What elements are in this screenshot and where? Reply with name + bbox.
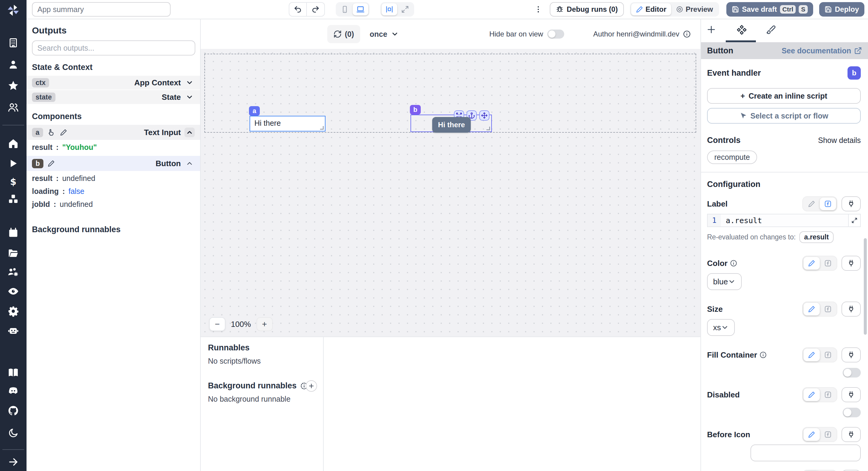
state-expand-button[interactable]: [184, 93, 195, 101]
component-a-collapse-button[interactable]: [184, 127, 195, 137]
desktop-view-button[interactable]: [352, 3, 368, 16]
nav-audit-logs[interactable]: [0, 284, 27, 299]
component-b-jobid-row[interactable]: jobId : undefined: [27, 198, 200, 210]
button-component[interactable]: Hi there: [432, 117, 471, 133]
ctx-expand-button[interactable]: [184, 79, 195, 87]
zoom-out-button[interactable]: −: [209, 317, 225, 331]
component-row-a[interactable]: a Text Input: [27, 125, 200, 140]
component-a-rename-button[interactable]: [59, 129, 68, 136]
deploy-button[interactable]: Deploy: [819, 2, 864, 17]
nav-groups[interactable]: [0, 99, 27, 115]
tab-component-settings[interactable]: [737, 25, 747, 35]
connect-output-button[interactable]: [841, 387, 861, 402]
preview-tab-button[interactable]: Preview: [671, 3, 718, 16]
label-code-value[interactable]: a.result: [721, 214, 848, 227]
eval-mode-button[interactable]: [820, 428, 836, 441]
text-input-component[interactable]: Hi there: [250, 116, 325, 127]
info-icon[interactable]: [730, 260, 737, 267]
search-outputs-input[interactable]: [32, 40, 195, 56]
zoom-in-button[interactable]: +: [256, 317, 273, 331]
nav-discord[interactable]: [0, 383, 27, 399]
nav-github[interactable]: [0, 403, 27, 418]
label-code-editor[interactable]: 1 a.result: [707, 214, 861, 227]
resize-handle[interactable]: [320, 126, 324, 130]
component-b-result-row[interactable]: result : undefined: [27, 172, 200, 184]
debug-runs-button[interactable]: Debug runs (0): [550, 2, 624, 17]
editor-tab-button[interactable]: Editor: [631, 3, 671, 16]
component-a-result-row[interactable]: result : "Youhou": [27, 141, 200, 153]
static-mode-button[interactable]: [804, 349, 820, 361]
nav-favorites[interactable]: [0, 78, 27, 93]
nav-workspace[interactable]: [0, 35, 27, 51]
move-component-button[interactable]: [479, 110, 490, 121]
nav-variables[interactable]: $: [0, 174, 27, 189]
show-details-link[interactable]: Show details: [818, 136, 861, 145]
see-documentation-link[interactable]: See documentation: [781, 47, 862, 55]
connect-output-button[interactable]: [841, 196, 861, 211]
nav-docs[interactable]: [0, 365, 27, 381]
recompute-chip[interactable]: recompute: [707, 150, 757, 164]
static-mode-button[interactable]: [804, 388, 820, 401]
connect-output-button[interactable]: [841, 256, 861, 271]
app-canvas[interactable]: a Hi there b Hi there: [201, 49, 701, 336]
connect-output-button[interactable]: [841, 301, 861, 317]
component-a-select-button[interactable]: [46, 128, 56, 136]
hide-bar-toggle[interactable]: [547, 30, 564, 38]
color-select[interactable]: blue: [707, 273, 742, 290]
nav-workers[interactable]: [0, 264, 27, 280]
nav-resources[interactable]: [0, 191, 27, 207]
save-draft-button[interactable]: Save draft Ctrl S: [726, 2, 813, 17]
nav-collapse-sidebar[interactable]: [0, 454, 27, 470]
nav-folders[interactable]: [0, 245, 27, 261]
component-row-b[interactable]: b Button: [27, 156, 200, 171]
nav-settings[interactable]: [0, 303, 27, 319]
select-script-or-flow-button[interactable]: Select a script or flow: [707, 108, 861, 124]
connect-output-button[interactable]: [841, 347, 861, 362]
nav-runs[interactable]: [0, 155, 27, 171]
undo-button[interactable]: [289, 2, 307, 17]
fill-container-toggle[interactable]: [843, 368, 861, 378]
nav-home[interactable]: [0, 136, 27, 151]
connect-output-button[interactable]: [841, 470, 861, 471]
before-icon-input[interactable]: [750, 444, 861, 461]
disabled-toggle[interactable]: [843, 408, 861, 417]
add-background-runnable-button[interactable]: [306, 380, 317, 392]
nav-schedules[interactable]: [0, 225, 27, 241]
create-inline-script-button[interactable]: + Create an inline script: [707, 88, 861, 104]
output-row-ctx[interactable]: ctx App Context: [27, 76, 200, 90]
static-mode-button[interactable]: [804, 303, 820, 316]
refresh-app-button[interactable]: (0): [327, 25, 360, 43]
component-b-collapse-button[interactable]: [184, 159, 195, 167]
fullwidth-layout-button[interactable]: [397, 3, 413, 16]
canvas-component-b[interactable]: b Hi there: [410, 115, 492, 132]
nav-user[interactable]: [0, 57, 27, 72]
eval-mode-button[interactable]: [820, 257, 836, 270]
redo-button[interactable]: [307, 2, 325, 17]
eval-mode-button[interactable]: [820, 388, 836, 401]
eval-mode-button[interactable]: [820, 198, 836, 210]
static-mode-button[interactable]: [804, 257, 820, 270]
expand-editor-button[interactable]: [848, 214, 860, 227]
app-summary-input[interactable]: [32, 2, 170, 17]
component-b-rename-button[interactable]: [46, 160, 56, 167]
schedule-select[interactable]: once: [370, 30, 399, 38]
eval-mode-button[interactable]: [820, 303, 836, 316]
static-mode-button[interactable]: [804, 428, 820, 441]
resize-handle[interactable]: [487, 127, 490, 130]
reevaluated-chip[interactable]: a.result: [799, 231, 834, 243]
centered-layout-button[interactable]: [381, 3, 397, 16]
settings-scrollbar[interactable]: [864, 238, 867, 335]
component-b-loading-row[interactable]: loading : false: [27, 184, 200, 198]
eval-mode-button[interactable]: [820, 349, 836, 361]
mobile-view-button[interactable]: [337, 3, 352, 16]
nav-ai[interactable]: [0, 323, 27, 338]
info-icon[interactable]: [683, 30, 691, 38]
connect-output-button[interactable]: [841, 427, 861, 442]
nav-theme-toggle[interactable]: [0, 425, 27, 441]
static-mode-button[interactable]: [804, 198, 820, 210]
info-icon[interactable]: [760, 351, 767, 358]
size-select[interactable]: xs: [707, 319, 735, 336]
tab-styling[interactable]: [766, 25, 776, 34]
tab-insert-component[interactable]: [707, 25, 716, 34]
more-options-button[interactable]: [534, 5, 542, 13]
